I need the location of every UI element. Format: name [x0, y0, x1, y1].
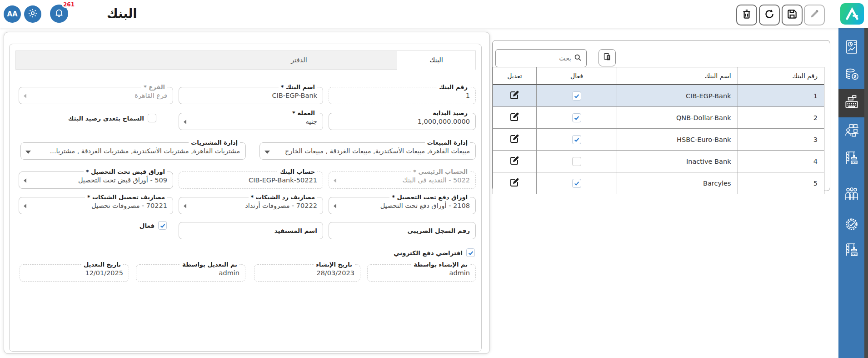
trash-icon [741, 8, 753, 22]
purchase-depts-label: إدارة المشتريات [189, 139, 240, 146]
page-title: البنك [107, 6, 137, 20]
form-tabs: البنك الدفتر [15, 50, 476, 70]
payable-notes-label: اوراق دفع تحت التحصيل * [389, 193, 470, 201]
search-box [495, 49, 587, 67]
bank-detail-card: البنك الدفتر رقم البنك 1 اسم البنك * CIB… [4, 32, 490, 354]
sales-depts-field[interactable]: إدارة المبيعات مبيعات القاهرة, مبيعات ال… [259, 142, 476, 160]
dropdown-caret-icon [184, 204, 186, 208]
dropdown-caret-icon [24, 204, 26, 208]
table-row[interactable]: 1 CIB-EGP-Bank [493, 85, 824, 106]
active-checkbox-row: فعال [140, 221, 167, 230]
sidebar-item-inventory[interactable] [838, 118, 864, 145]
main-account-field: الحساب الرئيسى * 5022 - النقديه فى البنك [329, 171, 476, 189]
column-header-bank-number[interactable]: رقم البنك [738, 67, 824, 84]
row-active-checkbox[interactable] [572, 113, 581, 122]
receivable-notes-field[interactable]: اوراق قبض تحت التحصيل * 509 - أوراق قبض … [19, 171, 173, 189]
dropdown-caret-icon [24, 178, 26, 183]
search-input[interactable] [500, 55, 571, 62]
row-edit-button[interactable] [509, 90, 520, 102]
dropdown-caret-icon [184, 120, 186, 124]
sidebar-item-projects[interactable] [838, 146, 864, 172]
refresh-button[interactable] [759, 5, 780, 25]
payable-notes-field[interactable]: اوراق دفع تحت التحصيل * 2108 - أوراق دفع… [329, 197, 476, 214]
cheque-return-fees-label: مصاريف رد الشيكات * [249, 193, 318, 201]
copy-icon [603, 52, 612, 63]
cash-register-icon [843, 93, 861, 113]
bank-account-label: حساب البنك [278, 168, 317, 176]
row-active-checkbox[interactable] [572, 157, 581, 166]
row-active-checkbox[interactable] [572, 179, 581, 188]
bell-icon [54, 8, 64, 20]
row-active-checkbox[interactable] [572, 91, 581, 101]
table-row[interactable]: 4 Inactive Bank [493, 150, 824, 172]
column-header-edit[interactable]: تعديل [493, 67, 536, 84]
row-edit-button[interactable] [509, 111, 520, 124]
edit-pencil-icon [509, 155, 520, 167]
row-active-checkbox[interactable] [572, 135, 581, 144]
tab-bank[interactable]: البنك [397, 51, 475, 69]
page-scrollbar[interactable] [864, 28, 868, 358]
sidebar-item-quality[interactable] [838, 212, 864, 238]
bank-number-cell: 1 [738, 85, 824, 106]
purchase-depts-field[interactable]: إدارة المشتريات مشتريات القاهرة, مشتريات… [20, 142, 246, 160]
column-header-active[interactable]: فعال [536, 67, 617, 84]
top-bar: AA 261 البنك [0, 0, 868, 28]
delete-button[interactable] [736, 5, 757, 25]
table-row[interactable]: 5 Barcyles [493, 172, 824, 194]
bank-number-cell: 2 [738, 107, 824, 128]
row-edit-button[interactable] [509, 177, 520, 189]
dropdown-caret-icon [264, 151, 270, 154]
sidebar-item-assets[interactable] [838, 237, 864, 264]
opening-balance-label: رصيد البداية [430, 109, 470, 117]
tax-registry-field[interactable]: رقم السجل الضريبى [329, 222, 476, 239]
bank-number-cell: 5 [738, 172, 824, 194]
sidebar-item-reports[interactable] [838, 35, 864, 61]
dropdown-caret-icon [334, 204, 336, 208]
beneficiary-field[interactable]: اسم المستفيد [179, 222, 323, 239]
app-logo[interactable] [840, 3, 864, 25]
table-row[interactable]: 3 HSBC-Euro-Bank [493, 128, 824, 150]
currency-label: العملة * [290, 109, 317, 117]
pencil-icon [808, 8, 820, 22]
main-account-label: الحساب الرئيسى * [411, 168, 470, 176]
table-row[interactable]: 2 QNB-Dollar-Bank [493, 106, 824, 128]
allow-exceed-checkbox[interactable] [148, 114, 156, 122]
bank-name-label: اسم البنك * [279, 83, 317, 91]
cheque-collect-fees-field[interactable]: مصاريف تحصيل الشيكات * 70221 - مصروفات ت… [19, 197, 173, 214]
cheque-collect-fees-label: مصاريف تحصيل الشيكات * [85, 193, 167, 201]
modified-by-field: تم التعديل بواسطة admin [136, 264, 245, 282]
branch-label: الفرع * [141, 83, 167, 91]
created-at-label: تاريخ الإنشاء [314, 261, 354, 268]
bank-account-field: حساب البنك CIB-EGP-Bank-50221 [179, 171, 323, 189]
bank-name-cell: HSBC-Euro-Bank [617, 129, 737, 150]
save-icon [786, 8, 798, 22]
tab-ledger[interactable]: الدفتر [201, 51, 397, 69]
refresh-icon [763, 8, 775, 22]
opening-balance-field[interactable]: رصيد البداية 1,000,000.0000 [329, 113, 476, 130]
sidebar-item-finance[interactable] [838, 62, 864, 88]
cheque-return-fees-field[interactable]: مصاريف رد الشيكات * 70222 - مصروفات أرتد… [179, 197, 323, 214]
accessibility-button[interactable]: AA [4, 5, 21, 23]
edit-button[interactable] [804, 5, 825, 25]
crane-icon [843, 149, 860, 168]
bank-name-field[interactable]: اسم البنك * CIB-EGP-Bank [179, 87, 323, 104]
dropdown-caret-icon [24, 94, 26, 98]
branch-field[interactable]: الفرع * فرع القاهرة [19, 87, 173, 104]
created-by-label: تم الإنشاء بواسطة [411, 261, 470, 268]
save-button[interactable] [782, 5, 803, 25]
sales-depts-label: إدارة المبيعات [425, 139, 470, 146]
created-by-field: تم الإنشاء بواسطة admin [367, 264, 476, 282]
settings-button[interactable] [24, 5, 41, 23]
report-chart-icon [843, 38, 860, 57]
row-edit-button[interactable] [509, 155, 520, 167]
people-icon [843, 186, 860, 205]
column-header-bank-name[interactable]: اسم البنك [617, 67, 737, 84]
sidebar-item-hr[interactable] [838, 182, 864, 208]
active-checkbox[interactable] [158, 221, 167, 230]
bank-management-screen: AA 261 البنك [0, 0, 868, 358]
currency-field[interactable]: العملة * جنيه [179, 113, 323, 130]
row-edit-button[interactable] [509, 133, 520, 146]
default-epay-checkbox[interactable] [466, 248, 475, 257]
copy-table-button[interactable] [599, 49, 616, 66]
sidebar-item-banking[interactable] [838, 89, 864, 117]
